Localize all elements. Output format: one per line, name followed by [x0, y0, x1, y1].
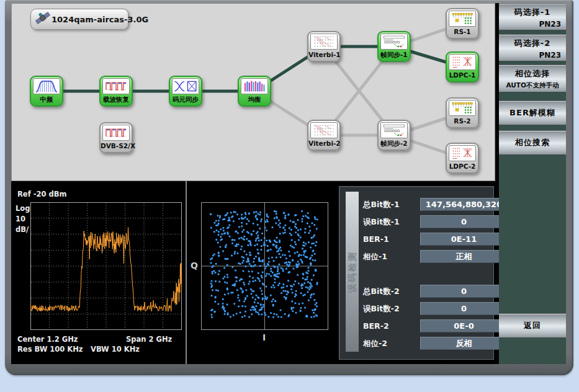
sidebar-button-phase-select[interactable]: 相位选择AUTO不支持手动 [499, 65, 566, 92]
node-if[interactable]: 中频 [30, 76, 63, 107]
ber-row-1-1: 总Bit数-1147,564,880,320 [363, 198, 490, 212]
sidebar-button-title-ber-deambiguity: BER解模糊 [509, 107, 555, 118]
ber-row-value: 147,564,880,320 [420, 198, 508, 211]
node-label-viterbi1: Viterbi-1 [308, 51, 339, 58]
constellation-crosshair [202, 203, 328, 330]
sidebar-button-code-select-2[interactable]: 码选择-2PN23 [499, 34, 566, 61]
rs-icon [449, 100, 476, 116]
signal-source-label: 1024qam-aircas-3.0G [52, 15, 148, 24]
trellis-icon [310, 33, 338, 50]
node-ldpc1[interactable]: LDPC-1 [446, 51, 479, 82]
ber-row-value: 0 [420, 302, 508, 315]
ber-row-value: 0 [420, 215, 508, 228]
node-label-if: 中频 [31, 96, 62, 104]
ber-row-2-3: BER-20E-0 [363, 319, 490, 333]
sidebar-button-title-phase-select: 相位选择 [499, 68, 566, 79]
ldpc-icon [449, 145, 476, 161]
node-viterbi1[interactable]: Viterbi-1 [307, 31, 341, 62]
node-ldpc2[interactable]: LDPC-2 [446, 143, 479, 174]
node-framesync2[interactable]: 帧同步-2 [377, 120, 411, 151]
ber-row-1-4: 相位-1正相 [363, 250, 490, 264]
ber-row-label: BER-1 [363, 234, 389, 244]
spectrum-scale-log: Log [16, 203, 30, 214]
node-label-rs2: RS-2 [447, 117, 478, 125]
node-label-dvbs2x: DVB-S2/X [101, 142, 132, 149]
spectrum-scale-labels: Log 10 dB/ [16, 203, 30, 235]
ber-row-value: 0 [420, 285, 508, 298]
frame-sync-icon [380, 33, 408, 50]
node-label-framesync2: 帧同步-2 [379, 140, 410, 148]
ber-vertical-bar: 误码检测 [346, 192, 359, 352]
node-label-ldpc2: LDPC-2 [447, 163, 478, 170]
constellation-svg [201, 202, 328, 330]
sidebar-button-phase-search[interactable]: 相位搜索 [499, 130, 566, 155]
frame-sync-icon [380, 122, 408, 138]
sidebar-button-value-code-select-2: PN23 [499, 51, 566, 60]
spectrum-trace-svg [30, 202, 182, 330]
spectrum-trace [30, 228, 182, 311]
node-symsync[interactable]: 码元同步 [169, 76, 202, 107]
node-label-viterbi2: Viterbi-2 [308, 140, 339, 147]
sidebar-button-code-select-1[interactable]: 码选择-1PN23 [499, 3, 566, 30]
ldpc-icon [449, 54, 476, 70]
node-label-framesync1: 帧同步-1 [379, 51, 410, 60]
ber-row-2-4: 相位-2反相 [363, 337, 490, 350]
sidebar-button-value-code-select-1: PN23 [499, 20, 566, 29]
ber-row-1-3: BER-10E-11 [363, 233, 490, 246]
sidebar: 码选择-1PN23码选择-2PN23相位选择AUTO不支持手动BER解模糊相位搜… [499, 3, 566, 364]
trellis-icon [310, 122, 338, 138]
ber-panel: 误码检测 总Bit数-1147,564,880,320误Bit数-10BER-1… [339, 186, 494, 360]
ber-row-label: BER-2 [363, 321, 389, 331]
eye-diagram-icon [172, 78, 199, 94]
node-rs2[interactable]: RS-2 [446, 97, 479, 128]
squarewave-icon [102, 78, 130, 94]
equalizer-icon [241, 78, 268, 94]
ber-row-value: 正相 [420, 250, 508, 263]
node-label-ldpc1: LDPC-1 [447, 71, 478, 79]
spectrum-icon [33, 78, 60, 94]
sidebar-button-value-phase-select: AUTO不支持手动 [499, 81, 566, 90]
ber-row-value: 0E-0 [420, 319, 508, 332]
spectrum-scale-db: dB/ [16, 225, 30, 235]
ber-row-label: 总Bit数-2 [363, 287, 400, 297]
node-label-rs1: RS-1 [447, 28, 478, 35]
signal-source-node[interactable]: 1024qam-aircas-3.0G [30, 9, 128, 30]
node-equalizer[interactable]: 均衡 [238, 76, 271, 107]
bottom-row: Ref -20 dBm Log 10 dB/ Center 1.2 GHz Sp… [11, 181, 495, 364]
spectrum-scale-10: 10 [16, 214, 30, 225]
spectrum-rbw-label: Res BW 100 KHz [17, 345, 83, 354]
constellation-panel: Q I [187, 181, 336, 364]
node-label-symsync: 码元同步 [170, 96, 201, 104]
node-viterbi2[interactable]: Viterbi-2 [307, 120, 341, 151]
sidebar-button-back[interactable]: 返回 [499, 313, 566, 338]
constellation-dots [210, 210, 318, 318]
satellite-icon [35, 10, 51, 29]
ber-row-value: 0E-11 [420, 233, 508, 246]
ber-row-label: 相位-2 [363, 339, 387, 349]
node-label-carrier: 载波恢复 [101, 96, 132, 104]
node-label-equalizer: 均衡 [239, 96, 270, 104]
constellation-plot [201, 202, 328, 330]
node-dvbs2x[interactable]: DVB-S2/X [99, 122, 133, 153]
node-carrier[interactable]: 载波恢复 [99, 76, 133, 107]
ber-row-value: 反相 [420, 337, 508, 350]
ber-row-label: 相位-1 [363, 252, 387, 262]
sidebar-button-ber-deambiguity[interactable]: BER解模糊 [499, 100, 566, 125]
spectrum-center-label: Center 1.2 GHz [17, 335, 78, 344]
node-framesync1[interactable]: 帧同步-1 [377, 31, 411, 62]
spectrum-panel: Ref -20 dBm Log 10 dB/ Center 1.2 GHz Sp… [11, 181, 186, 364]
ber-vertical-label: 误码检测 [347, 251, 358, 293]
ber-row-label: 误Bit数-1 [363, 217, 400, 228]
main-column: 1024qam-aircas-3.0G 中频载波恢复码元同步均衡DVB-S2/X… [11, 3, 495, 364]
ber-row-2-1: 总Bit数-20 [363, 285, 490, 298]
spectrum-vbw-label: VBW 10 KHz [91, 345, 140, 354]
node-rs1[interactable]: RS-1 [446, 8, 479, 39]
ber-row-1-2: 误Bit数-10 [363, 215, 490, 229]
i-axis-label: I [263, 332, 266, 342]
sidebar-button-title-code-select-2: 码选择-2 [499, 38, 566, 49]
ber-row-label: 总Bit数-1 [363, 200, 400, 210]
rs-icon [449, 11, 476, 27]
sidebar-button-title-code-select-1: 码选择-1 [499, 7, 566, 18]
ber-row-2-2: 误Bit数-20 [363, 302, 490, 316]
pipeline-diagram: 1024qam-aircas-3.0G 中频载波恢复码元同步均衡DVB-S2/X… [11, 3, 495, 181]
